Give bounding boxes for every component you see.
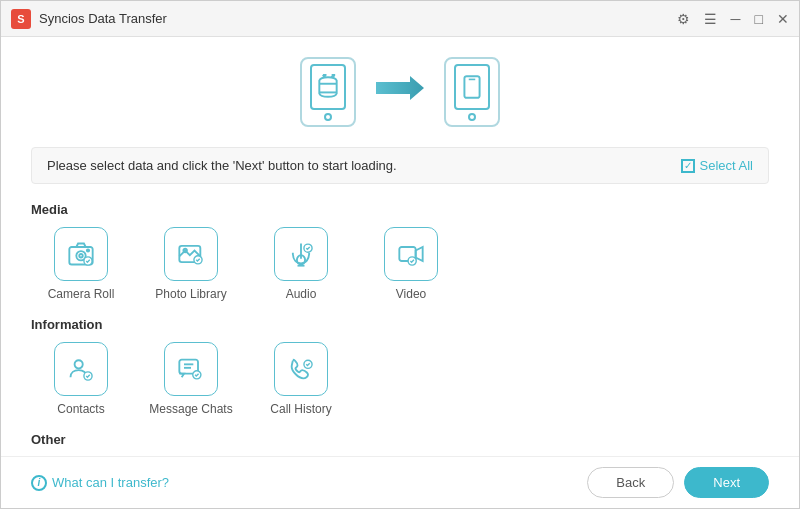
transfer-header bbox=[31, 57, 769, 127]
titlebar: S Syncios Data Transfer ⚙ ☰ ─ □ ✕ bbox=[1, 1, 799, 37]
call-history-label: Call History bbox=[270, 402, 331, 416]
video-icon bbox=[384, 227, 438, 281]
item-audio[interactable]: Audio bbox=[251, 227, 351, 301]
information-items-grid: Contacts Message C bbox=[31, 342, 769, 416]
svg-marker-6 bbox=[376, 76, 424, 100]
photo-library-icon bbox=[164, 227, 218, 281]
help-link-text: What can I transfer? bbox=[52, 475, 169, 490]
item-camera-roll[interactable]: Camera Roll bbox=[31, 227, 131, 301]
back-button[interactable]: Back bbox=[587, 467, 674, 498]
item-video[interactable]: Video bbox=[361, 227, 461, 301]
section-media-label: Media bbox=[31, 202, 769, 217]
minimize-button[interactable]: ─ bbox=[731, 11, 741, 27]
call-history-icon bbox=[274, 342, 328, 396]
section-other: Other bbox=[31, 432, 769, 456]
section-information: Information Contacts bbox=[31, 317, 769, 432]
contacts-label: Contacts bbox=[57, 402, 104, 416]
video-label: Video bbox=[396, 287, 426, 301]
select-all-checkbox[interactable]: ✓ bbox=[681, 159, 695, 173]
target-device-ios bbox=[444, 57, 500, 127]
footer-buttons: Back Next bbox=[587, 467, 769, 498]
footer: i What can I transfer? Back Next bbox=[1, 456, 799, 508]
media-items-grid: Camera Roll Photo Library bbox=[31, 227, 769, 301]
titlebar-left: S Syncios Data Transfer bbox=[11, 9, 167, 29]
window-controls: ⚙ ☰ ─ □ ✕ bbox=[677, 11, 789, 27]
item-contacts[interactable]: Contacts bbox=[31, 342, 131, 416]
maximize-button[interactable]: □ bbox=[755, 11, 763, 27]
menu-icon[interactable]: ☰ bbox=[704, 11, 717, 27]
select-all-label: Select All bbox=[700, 158, 753, 173]
contacts-icon bbox=[54, 342, 108, 396]
app-logo: S bbox=[11, 9, 31, 29]
message-chats-icon bbox=[164, 342, 218, 396]
source-device-android bbox=[300, 57, 356, 127]
select-all-control[interactable]: ✓ Select All bbox=[681, 158, 753, 173]
camera-roll-icon bbox=[54, 227, 108, 281]
ios-home-button bbox=[468, 113, 476, 121]
close-button[interactable]: ✕ bbox=[777, 11, 789, 27]
app-title: Syncios Data Transfer bbox=[39, 11, 167, 26]
android-screen bbox=[310, 64, 346, 110]
audio-icon bbox=[274, 227, 328, 281]
ios-screen bbox=[454, 64, 490, 110]
section-media: Media bbox=[31, 202, 769, 317]
help-icon: i bbox=[31, 475, 47, 491]
message-chats-label: Message Chats bbox=[149, 402, 232, 416]
item-message-chats[interactable]: Message Chats bbox=[141, 342, 241, 416]
settings-icon[interactable]: ⚙ bbox=[677, 11, 690, 27]
instruction-bar: Please select data and click the 'Next' … bbox=[31, 147, 769, 184]
section-other-label: Other bbox=[31, 432, 769, 447]
transfer-arrow bbox=[376, 72, 424, 112]
svg-point-23 bbox=[75, 360, 83, 368]
section-information-label: Information bbox=[31, 317, 769, 332]
audio-label: Audio bbox=[286, 287, 317, 301]
help-link[interactable]: i What can I transfer? bbox=[31, 475, 169, 491]
svg-point-5 bbox=[333, 74, 335, 76]
next-button[interactable]: Next bbox=[684, 467, 769, 498]
item-photo-library[interactable]: Photo Library bbox=[141, 227, 241, 301]
main-content: Please select data and click the 'Next' … bbox=[1, 37, 799, 456]
android-home-button bbox=[324, 113, 332, 121]
svg-point-11 bbox=[87, 249, 89, 251]
svg-point-4 bbox=[324, 74, 326, 76]
svg-point-12 bbox=[79, 254, 83, 258]
photo-library-label: Photo Library bbox=[155, 287, 226, 301]
instruction-text: Please select data and click the 'Next' … bbox=[47, 158, 397, 173]
item-call-history[interactable]: Call History bbox=[251, 342, 351, 416]
camera-roll-label: Camera Roll bbox=[48, 287, 115, 301]
main-window: S Syncios Data Transfer ⚙ ☰ ─ □ ✕ bbox=[0, 0, 800, 509]
